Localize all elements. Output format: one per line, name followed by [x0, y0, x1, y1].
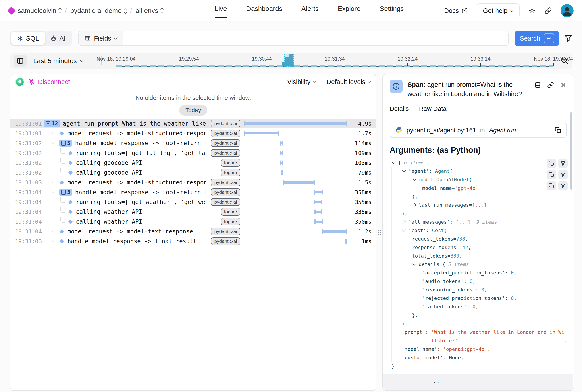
- nav-tab-settings[interactable]: Settings: [380, 0, 404, 18]
- breadcrumb-item-samuelcolvin[interactable]: samuelcolvin: [18, 7, 61, 14]
- scope-badge-logfire: logfire: [221, 159, 240, 166]
- code-token-plain: ,: [468, 244, 471, 250]
- filter-funnel-icon[interactable]: [558, 159, 568, 168]
- trace-row[interactable]: 19:31:043handle model response -> tool-r…: [11, 187, 376, 197]
- indent-guide: [391, 353, 402, 362]
- collapse-caret-icon[interactable]: [402, 228, 406, 232]
- close-icon[interactable]: [560, 82, 567, 88]
- collapse-caret-icon[interactable]: [412, 262, 416, 266]
- trace-row[interactable]: 19:31:01model request -> model-structure…: [11, 128, 376, 138]
- trace-row[interactable]: 19:31:04model request -> model-text-resp…: [11, 226, 376, 236]
- panel-splitter-handle[interactable]: [377, 229, 382, 237]
- time-range-dropdown[interactable]: Last 5 minutes: [33, 53, 83, 69]
- fields-dropdown-button[interactable]: Fields: [79, 31, 123, 46]
- trace-row[interactable]: 19:31:0112agent run prompt=What is the w…: [11, 119, 376, 128]
- chevron-down-icon: [313, 80, 316, 83]
- get-help-button[interactable]: Get help: [477, 3, 519, 18]
- code-hover-controls: [547, 159, 568, 190]
- disconnect-button[interactable]: Disconnect: [28, 78, 70, 86]
- breadcrumb-item-pydantic-ai-demo[interactable]: pydantic-ai-demo: [70, 7, 127, 14]
- trace-row[interactable]: 19:31:04running tools=['get_weather', 'g…: [11, 197, 376, 207]
- code-line: response_tokens=142,: [391, 243, 567, 252]
- tab-raw-data[interactable]: Raw Data: [419, 105, 447, 116]
- ai-mode-button[interactable]: AI: [45, 32, 71, 45]
- share-link-icon[interactable]: [544, 7, 552, 14]
- query-input[interactable]: [123, 31, 508, 46]
- nav-tab-live[interactable]: Live: [215, 0, 227, 18]
- code-token-str: 'What is the weather like in London and …: [431, 329, 564, 335]
- trace-row-timestamp: 19:31:02: [15, 140, 44, 146]
- tree-connector: [61, 197, 65, 203]
- filter-funnel-icon[interactable]: [558, 170, 568, 179]
- code-line: 'cached_tokens': 0,: [391, 302, 567, 311]
- chevron-down-icon: [510, 8, 514, 12]
- collapse-badge[interactable]: 3: [59, 140, 72, 147]
- expand-caret-icon[interactable]: [412, 203, 416, 207]
- trace-row[interactable]: 19:31:04calling weather APIlogfire335ms: [11, 207, 376, 217]
- trace-row[interactable]: 19:31:02running tools=['get_lat_lng', 'g…: [11, 148, 376, 158]
- nav-tab-alerts[interactable]: Alerts: [302, 0, 319, 18]
- ai-label: AI: [60, 35, 66, 42]
- search-button[interactable]: Search ↵: [515, 31, 559, 46]
- collapse-caret-icon[interactable]: [392, 160, 396, 164]
- code-token-plain: 'all_messages':: [408, 219, 456, 225]
- source-file[interactable]: pydantic_ai/agent.py:161: [407, 127, 476, 134]
- trace-row-duration: 1ms: [347, 238, 372, 244]
- collapse-badge[interactable]: 12: [44, 120, 60, 127]
- collapse-caret-icon[interactable]: [402, 169, 406, 172]
- zoom-in-icon[interactable]: [560, 56, 569, 65]
- filter-funnel-icon[interactable]: [564, 34, 572, 42]
- code-token-plain: 'custom_model': None,: [402, 355, 464, 360]
- filter-funnel-icon[interactable]: [558, 181, 568, 190]
- copy-icon[interactable]: [547, 159, 556, 168]
- collapse-badge[interactable]: 3: [59, 189, 72, 196]
- chevron-down-icon: [368, 80, 371, 83]
- copy-icon[interactable]: [555, 127, 561, 134]
- indent-guide: [412, 294, 422, 302]
- visibility-dropdown[interactable]: Visibility: [287, 78, 316, 86]
- trace-row[interactable]: 19:31:03model request -> model-structure…: [11, 178, 376, 187]
- detail-scrollbar[interactable]: [570, 112, 572, 190]
- code-line: model_name='gpt-4o',: [391, 184, 567, 192]
- dock-panel-icon[interactable]: [534, 82, 541, 88]
- breadcrumb-separator: /: [65, 7, 67, 14]
- permalink-icon[interactable]: [547, 82, 554, 88]
- trace-row[interactable]: 19:31:023handle model response -> tool-r…: [11, 138, 376, 148]
- nav-tab-dashboards[interactable]: Dashboards: [246, 0, 282, 18]
- docs-link[interactable]: Docs: [444, 7, 468, 14]
- indent-guide: [391, 175, 402, 184]
- indent-guide: [391, 234, 402, 243]
- sql-mode-button[interactable]: ∗ SQL: [11, 32, 45, 45]
- collapse-count: 3: [67, 140, 70, 146]
- default-levels-dropdown[interactable]: Default levels: [327, 78, 371, 86]
- breadcrumb-item-all envs[interactable]: all envs: [135, 7, 163, 14]
- time-range-label: Last 5 minutes: [33, 57, 77, 65]
- sidebar-toggle-button[interactable]: [14, 55, 27, 67]
- nav-tab-explore[interactable]: Explore: [338, 0, 361, 18]
- trace-row-duration: 358ms: [347, 189, 372, 196]
- tab-details[interactable]: Details: [390, 105, 409, 116]
- code-line: request_tokens=738,: [391, 234, 567, 243]
- trace-row[interactable]: 19:31:02calling geocode APIlogfire103ms: [11, 158, 376, 168]
- trace-row[interactable]: 19:31:02calling geocode APIlogfire79ms: [11, 168, 376, 178]
- code-controls-row: [547, 181, 568, 190]
- copy-icon[interactable]: [547, 170, 556, 179]
- scope-badge-logfire: logfire: [221, 169, 240, 176]
- trace-row[interactable]: 19:31:04calling weather APIlogfire350ms: [11, 217, 376, 226]
- enter-key-icon: ↵: [544, 33, 554, 44]
- scope-badge-pydantic-ai: pydantic-ai: [211, 198, 240, 206]
- code-token-str: [...]: [456, 219, 470, 225]
- code-line: 'audio_tokens': 0,: [391, 277, 567, 286]
- trace-row-label: calling geocode API: [76, 160, 206, 166]
- theme-toggle-sun-icon[interactable]: [528, 7, 535, 14]
- code-token-plain: response_tokens=: [412, 244, 459, 250]
- indent-guide: [402, 294, 412, 302]
- table-grid-icon: [85, 35, 91, 42]
- chevron-down-icon: [114, 36, 118, 40]
- trace-row-duration: 335ms: [347, 209, 372, 215]
- collapse-caret-icon[interactable]: [412, 177, 416, 181]
- expand-caret-icon[interactable]: [402, 220, 406, 224]
- user-avatar[interactable]: [560, 4, 573, 17]
- trace-row[interactable]: 19:31:06handle model response -> final r…: [11, 236, 376, 246]
- copy-icon[interactable]: [547, 181, 556, 190]
